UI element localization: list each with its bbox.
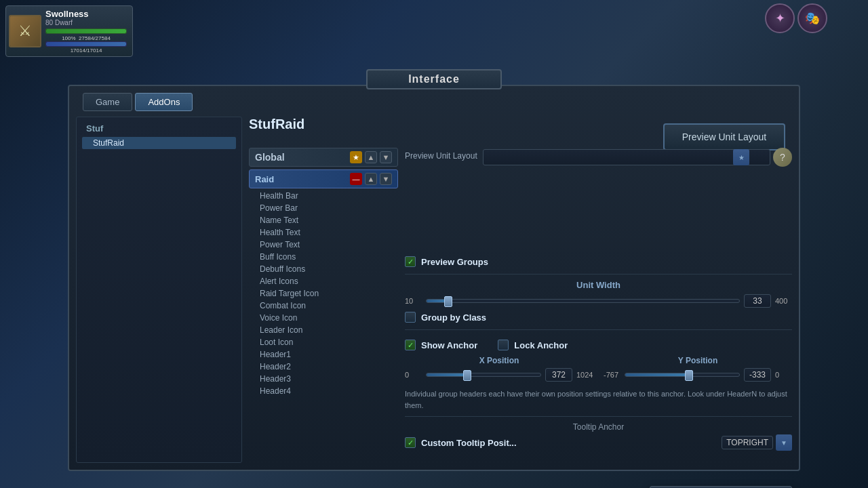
dropdown-input[interactable]: ★ — [483, 149, 770, 165]
global-icon-scroll-down[interactable]: ▼ — [380, 151, 392, 163]
unit-width-max: 400 — [775, 297, 792, 305]
tooltip-anchor-label: Tooltip Anchor — [573, 422, 624, 432]
sub-item-power-bar[interactable]: Power Bar — [256, 202, 398, 214]
x-position-group: X Position 0 372 1024 — [405, 356, 593, 384]
unit-width-thumb[interactable] — [444, 296, 452, 307]
preview-unit-layout-section-label: Preview Unit Layout — [405, 151, 477, 161]
sub-item-combat-icon[interactable]: Combat Icon — [256, 300, 398, 312]
sub-item-name-text[interactable]: Name Text — [256, 214, 398, 226]
right-settings-panel: Preview Unit Layout ★ ? None — [405, 148, 792, 463]
custom-tooltip-checkbox[interactable] — [405, 437, 416, 448]
interface-title: Interface — [408, 73, 460, 85]
sub-item-leader-icon[interactable]: Leader Icon — [256, 324, 398, 336]
custom-tooltip-label: Custom Tooltip Posit... — [421, 438, 517, 448]
sub-items-list: Health BarPower BarName TextHealth TextP… — [256, 190, 398, 397]
sub-item-power-text[interactable]: Power Text — [256, 239, 398, 251]
divider-3 — [405, 416, 792, 417]
preview-unit-layout-button[interactable]: Preview Unit Layout — [663, 123, 785, 150]
show-anchor-checkbox[interactable] — [405, 340, 416, 350]
unit-width-value[interactable]: 33 — [744, 294, 771, 308]
sub-item-header2[interactable]: Header2 — [256, 361, 398, 373]
group-by-class-checkbox[interactable] — [405, 312, 416, 323]
tooltip-dropdown-arrow[interactable]: ▼ — [776, 434, 792, 451]
dropdown-arrow-icon[interactable]: ★ — [733, 149, 749, 165]
show-anchor-label: Show Anchor — [421, 340, 477, 350]
tab-game[interactable]: Game — [83, 93, 132, 111]
raid-icon-scroll-up[interactable]: ▲ — [365, 173, 377, 185]
global-icon-scroll-up[interactable]: ▲ — [365, 151, 377, 163]
divider-1 — [405, 274, 792, 274]
addon-header: StufRaid Preview Unit Layout — [249, 117, 792, 142]
x-position-min: 0 — [405, 371, 422, 379]
health-bar — [45, 28, 127, 34]
sub-item-alert-icons[interactable]: Alert Icons — [256, 275, 398, 287]
global-icons: ★ ▲ ▼ — [350, 151, 392, 163]
mana-fill — [46, 42, 126, 46]
y-position-fill — [625, 373, 689, 376]
anchor-row: Show Anchor Lock Anchor — [405, 336, 792, 350]
show-anchor-row: Show Anchor — [405, 340, 477, 350]
y-position-value[interactable]: -333 — [744, 368, 771, 382]
x-position-track[interactable] — [426, 373, 541, 377]
sub-item-header4[interactable]: Header4 — [256, 385, 398, 397]
sub-item-health-text[interactable]: Health Text — [256, 226, 398, 239]
tooltip-anchor-value[interactable]: TOPRIGHT — [722, 436, 773, 449]
raid-icons: — ▲ ▼ — [350, 173, 392, 185]
unit-width-slider-row: 10 33 400 — [405, 294, 792, 308]
sub-item-header3[interactable]: Header3 — [256, 373, 398, 385]
sidebar-item-stufriad[interactable]: StufRaid — [82, 137, 236, 149]
health-fill — [46, 29, 126, 33]
sub-item-raid-target-icon[interactable]: Raid Target Icon — [256, 287, 398, 300]
sub-item-header1[interactable]: Header1 — [256, 348, 398, 361]
top-icon-2[interactable]: 🎭 — [797, 3, 827, 33]
lock-anchor-row: Lock Anchor — [498, 340, 568, 350]
x-position-value[interactable]: 372 — [545, 368, 572, 382]
custom-tooltip-row: Custom Tooltip Posit... TOPRIGHT ▼ — [405, 434, 792, 451]
settings-list: Global ★ ▲ ▼ Raid — ▲ ▼ — [249, 148, 398, 463]
sub-item-loot-icon[interactable]: Loot Icon — [256, 336, 398, 348]
global-icon-gold[interactable]: ★ — [350, 151, 362, 163]
x-position-thumb[interactable] — [463, 370, 471, 381]
y-position-group: Y Position -767 -333 0 — [604, 356, 792, 384]
y-position-title: Y Position — [604, 356, 792, 365]
sub-item-debuff-icons[interactable]: Debuff Icons — [256, 263, 398, 275]
lock-anchor-label: Lock Anchor — [514, 340, 568, 350]
help-icon[interactable]: ? — [773, 148, 792, 167]
mana-text: 17014/17014 — [45, 47, 127, 54]
group-by-class-row: Group by Class — [405, 312, 792, 323]
sub-item-health-bar[interactable]: Health Bar — [256, 190, 398, 202]
unit-width-track[interactable] — [426, 299, 740, 303]
player-level-race: 80 Dwarf — [45, 19, 127, 26]
sub-item-voice-icon[interactable]: Voice Icon — [256, 312, 398, 324]
player-name: Swollness — [45, 9, 127, 19]
lock-anchor-checkbox[interactable] — [498, 340, 509, 350]
preview-groups-checkbox[interactable] — [405, 256, 416, 267]
unit-width-min: 10 — [405, 297, 422, 305]
raid-label: Raid — [255, 174, 274, 184]
top-icon-1[interactable]: ✦ — [765, 3, 795, 33]
interface-panel: Interface Game AddOns Stuf StufRaid Stuf… — [68, 85, 800, 471]
addon-title: StufRaid — [249, 117, 304, 132]
preview-groups-row: Preview Groups — [405, 256, 792, 267]
global-row: Global ★ ▲ ▼ — [249, 148, 398, 167]
raid-icon-scroll-down[interactable]: ▼ — [380, 173, 392, 185]
x-position-max: 1024 — [576, 371, 593, 379]
title-bar: Interface — [366, 69, 502, 89]
raid-icon-red[interactable]: — — [350, 173, 362, 185]
sidebar: Stuf StufRaid — [76, 117, 242, 463]
y-position-thumb[interactable] — [685, 370, 693, 381]
tab-addons[interactable]: AddOns — [135, 93, 193, 111]
player-info: Swollness 80 Dwarf 100% 27584/27584 1701… — [45, 9, 127, 54]
sub-item-buff-icons[interactable]: Buff Icons — [256, 251, 398, 263]
tabs: Game AddOns — [83, 93, 193, 111]
tooltip-anchor-row: Tooltip Anchor — [405, 422, 792, 432]
x-position-title: X Position — [405, 356, 593, 365]
mana-bar — [45, 41, 127, 47]
global-label: Global — [255, 152, 285, 163]
preview-unit-layout-row: Preview Unit Layout ★ ? — [405, 148, 792, 167]
health-text: 100% 27584/27584 — [45, 35, 127, 41]
position-row: X Position 0 372 1024 — [405, 356, 792, 384]
y-position-slider-row: -767 -333 0 — [604, 368, 792, 382]
y-position-track[interactable] — [625, 373, 740, 377]
dropdown-wrapper: ★ ? — [483, 148, 792, 167]
